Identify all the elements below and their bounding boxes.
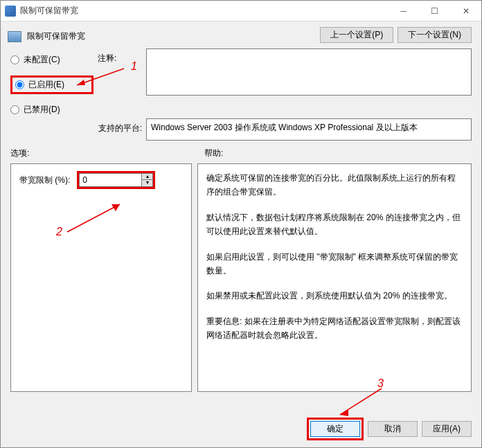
help-p4: 如果禁用或未配置此设置，则系统使用默认值为 20% 的连接带宽。 xyxy=(206,289,463,303)
comment-textarea[interactable] xyxy=(146,48,472,96)
radio-disabled-label: 已禁用(D) xyxy=(24,104,60,116)
highlight-ok: 确定 xyxy=(307,418,364,440)
prev-setting-button[interactable]: 上一个设置(P) xyxy=(320,27,393,43)
titlebar: 限制可保留带宽 ─ ☐ ✕ xyxy=(1,1,481,21)
app-icon xyxy=(5,6,16,17)
close-button[interactable]: ✕ xyxy=(450,1,481,21)
spin-down-button[interactable]: ▼ xyxy=(142,180,152,186)
highlight-spinner: ▲ ▼ xyxy=(77,171,155,189)
next-setting-button[interactable]: 下一个设置(N) xyxy=(398,27,472,43)
radio-enabled-input[interactable] xyxy=(15,80,24,89)
radio-disabled-input[interactable] xyxy=(10,105,19,114)
help-p1: 确定系统可保留的连接带宽的百分比。此值限制系统上运行的所有程序的组合带宽保留。 xyxy=(206,171,463,199)
spinner-buttons: ▲ ▼ xyxy=(141,173,153,187)
radio-not-configured-label: 未配置(C) xyxy=(24,54,60,66)
ok-button[interactable]: 确定 xyxy=(310,421,360,437)
help-p2: 默认情况下，数据包计划程序将系统限制在 20% 的连接带宽之内，但可以使用此设置… xyxy=(206,210,463,239)
window-title: 限制可保留带宽 xyxy=(20,5,388,17)
comment-label: 注释: xyxy=(98,48,142,64)
options-panel: 带宽限制 (%): ▲ ▼ xyxy=(10,163,192,392)
help-p3: 如果启用此设置，则可以使用 "带宽限制" 框来调整系统可保留的带宽数量。 xyxy=(206,250,463,278)
footer: 确定 取消 应用(A) xyxy=(307,418,472,440)
policy-icon xyxy=(8,31,21,42)
highlight-enabled: 已启用(E) xyxy=(10,75,93,94)
bandwidth-limit-label: 带宽限制 (%): xyxy=(19,174,70,186)
svg-line-4 xyxy=(340,388,382,415)
radio-enabled[interactable]: 已启用(E) xyxy=(15,79,89,91)
help-panel: 确定系统可保留的连接带宽的百分比。此值限制系统上运行的所有程序的组合带宽保留。 … xyxy=(197,163,472,392)
radio-enabled-label: 已启用(E) xyxy=(28,79,64,91)
help-p5: 重要信息: 如果在注册表中为特定网络适配器设置带宽限制，则配置该网络适配器时就会… xyxy=(206,314,463,343)
help-label: 帮助: xyxy=(204,147,223,159)
maximize-button[interactable]: ☐ xyxy=(419,1,450,21)
cancel-button[interactable]: 取消 xyxy=(368,421,418,437)
radio-not-configured-input[interactable] xyxy=(10,55,19,64)
subheader: 限制可保留带宽 xyxy=(1,24,92,46)
radio-not-configured[interactable]: 未配置(C) xyxy=(10,54,93,66)
options-label: 选项: xyxy=(10,147,204,159)
config-radios: 未配置(C) 已启用(E) 已禁用(D) xyxy=(10,48,93,116)
svg-marker-5 xyxy=(340,409,348,416)
bandwidth-limit-input[interactable] xyxy=(79,173,141,187)
dialog-window: 限制可保留带宽 ─ ☐ ✕ 限制可保留带宽 上一个设置(P) 下一个设置(N) … xyxy=(0,0,482,448)
subheader-label: 限制可保留带宽 xyxy=(27,30,85,42)
minimize-button[interactable]: ─ xyxy=(388,1,419,21)
apply-button[interactable]: 应用(A) xyxy=(422,421,472,437)
spin-up-button[interactable]: ▲ xyxy=(142,174,152,180)
platform-textarea xyxy=(146,118,472,141)
platform-label: 支持的平台: xyxy=(98,118,142,134)
radio-disabled[interactable]: 已禁用(D) xyxy=(10,104,93,116)
